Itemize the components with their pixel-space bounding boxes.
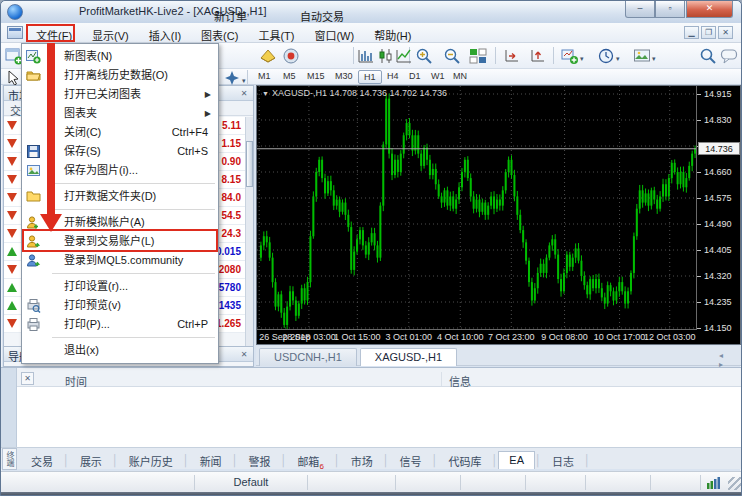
price-tick [697, 328, 701, 329]
zoom-in-icon[interactable] [415, 47, 433, 65]
bid-price: 1435 [219, 300, 241, 311]
timeframe-W1[interactable]: W1 [426, 70, 450, 84]
tab-separator: │ [112, 454, 119, 466]
zoom-out-icon[interactable] [443, 47, 461, 65]
timeframe-M15[interactable]: M15 [302, 70, 330, 84]
price-axis-label: 14.830 [704, 115, 732, 125]
menubar-item-7[interactable]: 帮助(H) [365, 26, 420, 44]
editor-icon[interactable] [259, 47, 277, 65]
terminal-tab-4[interactable]: 警报 [239, 451, 281, 469]
dropdown-caret-icon[interactable]: ▾ [242, 77, 246, 85]
bid-price: 1.15 [222, 138, 241, 149]
timeframe-H4[interactable]: H4 [382, 70, 404, 84]
price-axis-label: 14.575 [704, 193, 732, 203]
price-axis-label: 14.150 [704, 323, 732, 333]
terminal-tab-5[interactable]: 邮箱6 [287, 451, 333, 469]
terminal-tab-0[interactable]: 交易 [21, 451, 63, 469]
file-menu-item[interactable]: 退出(x) [22, 341, 218, 360]
terminal-tab-1[interactable]: 展示 [70, 451, 112, 469]
new-order-button[interactable]: 新订单 [214, 8, 247, 24]
chat-icon[interactable] [720, 47, 738, 65]
dropdown-caret-icon[interactable]: ▾ [616, 55, 620, 63]
price-axis-label: 14.660 [704, 167, 732, 177]
templates-icon[interactable] [633, 47, 651, 65]
chart-tab-USDCNHH1[interactable]: USDCNH-,H1 [259, 348, 357, 366]
shift-end-icon[interactable] [503, 47, 521, 65]
toolbar-separator [353, 47, 354, 64]
terminal-tab-EA[interactable]: EA [498, 451, 535, 469]
chart-window[interactable]: ▼XAGUSD-,H1 14.708 14.736 14.702 14.736 … [256, 85, 741, 345]
time-axis-label: 4 Oct 10:00 [437, 332, 484, 342]
terminal-body [17, 387, 742, 447]
navigator-close-icon[interactable]: ✕ [238, 348, 250, 360]
timeframe-H1[interactable]: H1 [358, 70, 382, 84]
tab-scroll-arrows[interactable]: ◂ ▸ [719, 351, 737, 369]
file-menu-item[interactable]: 登录到MQL5.community [22, 251, 218, 270]
chart-context-triangle-icon[interactable]: ▼ [262, 90, 269, 97]
timeframe-M5[interactable]: M5 [278, 70, 301, 84]
file-menu-item[interactable]: 打印设置(r)... [22, 277, 218, 296]
status-bar: Default [1, 471, 742, 492]
annotation-login-item-box [22, 229, 218, 252]
shift-auto-icon[interactable] [529, 47, 547, 65]
timeframe-M1[interactable]: M1 [253, 70, 276, 84]
arrow-down-icon [7, 121, 17, 130]
tile-windows-icon[interactable] [469, 47, 487, 65]
terminal-vertical-tab[interactable]: 终端 [2, 448, 17, 470]
dropdown-caret-icon[interactable]: ▾ [580, 55, 584, 63]
window-bottom-border [1, 492, 742, 496]
candlestick-chart[interactable] [257, 86, 697, 330]
terminal-tab-6[interactable]: 市场 [341, 451, 383, 469]
time-axis[interactable]: 26 Sep 201828 Sep 03:001 Oct 15:003 Oct … [257, 329, 697, 344]
chart-tab-XAGUSDH1[interactable]: XAGUSD-,H1 [360, 348, 457, 366]
price-axis[interactable]: 14.91514.83014.74514.66014.57514.49014.4… [696, 86, 740, 330]
toolbar-separator [247, 70, 248, 84]
indicators-icon[interactable] [561, 47, 579, 65]
menubar-item-3[interactable]: 插入(I) [140, 26, 190, 44]
timeframe-D1[interactable]: D1 [404, 70, 426, 84]
child-close-button[interactable]: ✕ [718, 26, 733, 39]
terminal-tab-7[interactable]: 信号 [390, 451, 432, 469]
menubar-item-5[interactable]: 工具(T) [249, 26, 303, 44]
tab-separator: │ [383, 454, 390, 466]
menu-item-label: 打印设置(r)... [64, 277, 128, 296]
terminal-tab-3[interactable]: 新闻 [190, 451, 232, 469]
periods-icon[interactable] [597, 47, 615, 65]
menubar-item-6[interactable]: 窗口(W) [305, 26, 363, 44]
arrow-up-icon [7, 247, 17, 256]
profile-indicator[interactable]: Default [195, 475, 308, 490]
search-icon[interactable] [699, 47, 717, 65]
resize-grip[interactable] [728, 477, 741, 490]
close-button[interactable]: ✕ [686, 1, 733, 18]
timeframe-M30[interactable]: M30 [330, 70, 358, 84]
candlestick-icon[interactable] [377, 47, 395, 65]
bar-chart-icon[interactable] [357, 47, 375, 65]
menu-item-label: 保存为图片(i)... [64, 161, 138, 180]
menubar-item-4[interactable]: 图表(C) [192, 26, 247, 44]
terminal-tab-10[interactable]: 日志 [542, 451, 584, 469]
menubar-item-2[interactable]: 显示(V) [83, 26, 138, 44]
restore-button[interactable]: ▫ [655, 1, 685, 18]
child-window-icon[interactable] [7, 26, 23, 39]
terminal-tab-2[interactable]: 账户历史 [119, 451, 183, 469]
arrow-down-icon [7, 157, 17, 166]
line-chart-icon[interactable] [395, 47, 413, 65]
child-minimize-button[interactable]: ▁ [684, 26, 699, 39]
minimize-button[interactable]: ‒ [625, 1, 655, 18]
market-watch-scrollbar[interactable] [245, 117, 253, 350]
price-axis-label: 14.320 [704, 271, 732, 281]
autotrade-icon[interactable] [282, 47, 300, 65]
file-menu-item[interactable]: 打印(P)...Ctrl+P [22, 315, 218, 334]
market-watch-close-icon[interactable]: ✕ [238, 87, 250, 99]
file-menu-item[interactable]: 打印预览(v) [22, 296, 218, 315]
timeframe-MN[interactable]: MN [448, 70, 472, 84]
dropdown-caret-icon[interactable]: ▾ [652, 55, 656, 63]
person-blue-icon [26, 253, 41, 268]
terminal-tab-8[interactable]: 代码库 [438, 451, 491, 469]
child-restore-button[interactable]: ❐ [701, 26, 716, 39]
autotrading-button[interactable]: 自动交易 [300, 8, 344, 24]
bid-price: 5780 [219, 282, 241, 293]
title-bar[interactable]: ProfitMarketHK-Live2 - [XAGUSD-,H1] ‒ ▫ … [1, 1, 741, 23]
scrollbar-thumb[interactable] [246, 141, 253, 187]
chart-legend: ▼XAGUSD-,H1 14.708 14.736 14.702 14.736 [262, 88, 447, 98]
